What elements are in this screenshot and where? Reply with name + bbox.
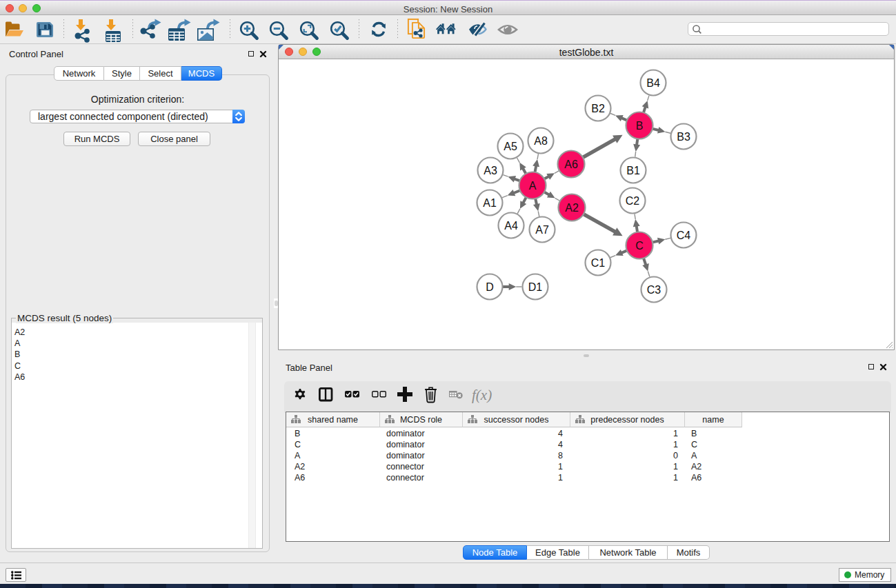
svg-text:B4: B4 <box>646 77 660 89</box>
svg-text:A: A <box>529 180 537 192</box>
svg-text:A5: A5 <box>504 141 517 152</box>
svg-text:A4: A4 <box>504 220 518 232</box>
svg-text:C3: C3 <box>647 284 661 296</box>
svg-text:A1: A1 <box>483 197 497 209</box>
svg-text:A7: A7 <box>535 224 549 236</box>
svg-text:D: D <box>486 281 494 293</box>
svg-text:C2: C2 <box>626 195 640 207</box>
svg-text:f(x): f(x) <box>472 387 492 403</box>
svg-text:B1: B1 <box>626 165 640 176</box>
svg-text:A6: A6 <box>564 159 578 170</box>
svg-text:C: C <box>635 240 644 252</box>
svg-text:C4: C4 <box>677 230 691 241</box>
svg-text:C1: C1 <box>591 257 606 269</box>
svg-text:B3: B3 <box>677 131 690 143</box>
svg-text:A8: A8 <box>534 135 548 147</box>
svg-text:D1: D1 <box>528 281 543 293</box>
svg-text:A2: A2 <box>565 202 579 214</box>
svg-text:B2: B2 <box>591 103 605 114</box>
svg-text:A3: A3 <box>484 165 497 176</box>
svg-text:B: B <box>636 120 644 132</box>
